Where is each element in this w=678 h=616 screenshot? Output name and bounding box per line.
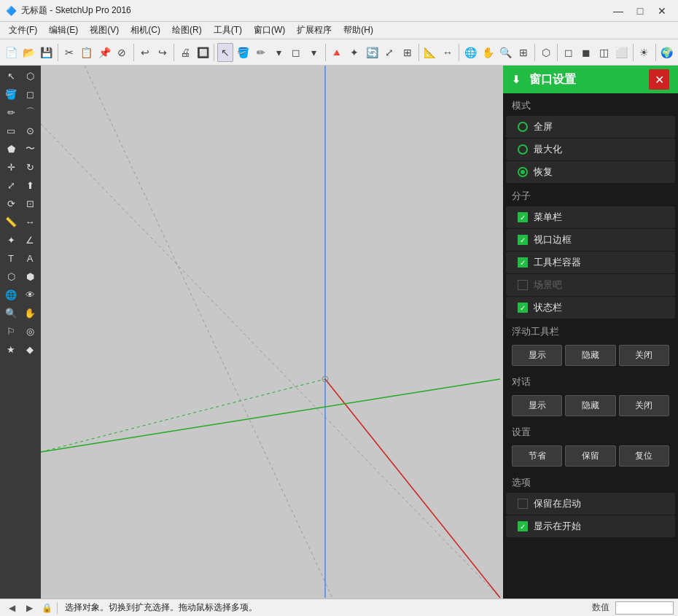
- minimize-button[interactable]: —: [608, 3, 628, 19]
- lt-section[interactable]: ⬡: [2, 268, 20, 285]
- tb-dimension[interactable]: ↔: [440, 43, 456, 62]
- comp-statusbar[interactable]: ✓ 状态栏: [506, 297, 675, 319]
- tb-offset[interactable]: ⊞: [399, 43, 415, 62]
- menu-camera[interactable]: 相机(C): [125, 23, 166, 38]
- tb-rotate[interactable]: 🔄: [364, 43, 380, 62]
- tb-undo[interactable]: ↩: [136, 43, 152, 62]
- tb-zoom[interactable]: 🔍: [497, 43, 513, 62]
- mode-maximize[interactable]: 最大化: [506, 139, 675, 160]
- tb-save[interactable]: 💾: [39, 43, 55, 62]
- mode-restore[interactable]: 恢复: [506, 161, 675, 183]
- tb-cut[interactable]: ✂: [61, 43, 77, 62]
- float-toolbar-show[interactable]: 显示: [512, 345, 562, 366]
- lt-look[interactable]: ◎: [21, 322, 39, 340]
- tb-shape-dd[interactable]: ▾: [305, 43, 322, 62]
- lt-pencil[interactable]: ✏: [2, 104, 20, 121]
- mode-fullscreen[interactable]: 全屏: [506, 116, 675, 138]
- menu-view[interactable]: 视图(V): [84, 23, 125, 38]
- lt-zoom[interactable]: 🔍: [2, 304, 20, 321]
- lt-push[interactable]: ⬆: [21, 176, 39, 194]
- lt-rect[interactable]: ▭: [2, 122, 20, 139]
- window-close-button[interactable]: ✕: [652, 3, 672, 19]
- menu-tools[interactable]: 工具(T): [208, 23, 248, 38]
- float-toolbar-close[interactable]: 关闭: [619, 345, 669, 366]
- lt-scale[interactable]: ⤢: [2, 176, 20, 194]
- tb-section[interactable]: ⬡: [538, 43, 554, 62]
- lt-pan2[interactable]: ✋: [21, 304, 39, 321]
- lt-proto[interactable]: ✦: [2, 231, 20, 249]
- lt-eraser[interactable]: ◻: [21, 85, 39, 103]
- status-lock-btn[interactable]: 🔒: [39, 601, 54, 615]
- lt-move[interactable]: ✛: [2, 158, 20, 176]
- lt-orbit[interactable]: 🌐: [2, 286, 20, 303]
- comp-viewport[interactable]: ✓ 视口边框: [506, 229, 675, 251]
- tb-tape[interactable]: 📐: [422, 43, 438, 62]
- float-toolbar-hide[interactable]: 隐藏: [565, 345, 615, 366]
- dialog-close[interactable]: 关闭: [619, 395, 669, 416]
- tb-copy[interactable]: 📋: [79, 43, 95, 62]
- menu-help[interactable]: 帮助(H): [338, 23, 379, 38]
- tb-pencil[interactable]: ✏: [253, 43, 269, 62]
- tb-shadow[interactable]: ☀: [636, 43, 652, 62]
- status-fwd-btn[interactable]: ▶: [22, 601, 36, 615]
- menu-draw[interactable]: 绘图(R): [166, 23, 208, 38]
- tb-scale[interactable]: ⤢: [381, 43, 397, 62]
- lt-dim[interactable]: ↔: [21, 213, 39, 230]
- maximize-button[interactable]: □: [630, 3, 650, 19]
- opt-show-on-begin[interactable]: ✓ 显示在开始: [506, 515, 675, 537]
- lt-misc1[interactable]: ★: [2, 340, 20, 358]
- tb-select[interactable]: ↖: [217, 43, 233, 62]
- lt-rotate[interactable]: ↻: [21, 158, 39, 176]
- panel-close-button[interactable]: ✕: [649, 69, 669, 90]
- lt-misc2[interactable]: ◆: [21, 340, 39, 358]
- lt-section2[interactable]: ⬢: [21, 268, 39, 285]
- lt-circle[interactable]: ⊙: [21, 122, 39, 139]
- tb-paint[interactable]: 🪣: [235, 43, 251, 62]
- lt-tape[interactable]: 📏: [2, 213, 20, 230]
- menu-edit[interactable]: 编辑(E): [43, 23, 84, 38]
- lt-follow[interactable]: ⟳: [2, 195, 20, 212]
- tb-model-info[interactable]: 🔲: [195, 43, 211, 62]
- lt-angle[interactable]: ∠: [21, 231, 39, 249]
- canvas-area[interactable]: [41, 66, 503, 599]
- lt-text[interactable]: T: [2, 249, 20, 267]
- settings-reset[interactable]: 复位: [619, 445, 669, 467]
- settings-keep[interactable]: 保留: [565, 445, 615, 467]
- dialog-show[interactable]: 显示: [512, 395, 562, 416]
- tb-print[interactable]: 🖨: [177, 43, 193, 62]
- tb-erase[interactable]: ⊘: [114, 43, 130, 62]
- comp-toolbar-container[interactable]: ✓ 工具栏容器: [506, 252, 675, 273]
- tb-style1[interactable]: ◻: [561, 43, 577, 62]
- tb-style2[interactable]: ◼: [578, 43, 594, 62]
- lt-arc[interactable]: ⌒: [21, 104, 39, 121]
- tb-move[interactable]: ✦: [346, 43, 362, 62]
- lt-3dtext[interactable]: A: [21, 249, 39, 267]
- lt-space[interactable]: ⬡: [21, 67, 39, 85]
- lt-freehand[interactable]: 〜: [21, 140, 39, 157]
- tb-open[interactable]: 📂: [20, 43, 36, 62]
- lt-paint[interactable]: 🪣: [2, 85, 20, 103]
- lt-offset[interactable]: ⊡: [21, 195, 39, 212]
- comp-menubar[interactable]: ✓ 菜单栏: [506, 206, 675, 228]
- tb-push-pull[interactable]: 🔺: [328, 43, 344, 62]
- tb-style3[interactable]: ◫: [596, 43, 612, 62]
- dialog-hide[interactable]: 隐藏: [565, 395, 615, 416]
- tb-line-dd[interactable]: ▾: [270, 43, 287, 62]
- menu-extensions[interactable]: 扩展程序: [291, 23, 338, 38]
- lt-shape[interactable]: ⬟: [2, 140, 20, 157]
- lt-walk[interactable]: ⚐: [2, 322, 20, 340]
- tb-geo[interactable]: 🌍: [659, 43, 675, 62]
- opt-keep-on-start[interactable]: 保留在启动: [506, 493, 675, 515]
- tb-orbit[interactable]: 🌐: [462, 43, 478, 62]
- menu-window[interactable]: 窗口(W): [248, 23, 291, 38]
- menu-file[interactable]: 文件(F): [3, 23, 43, 38]
- tb-redo[interactable]: ↪: [155, 43, 171, 62]
- tb-paste[interactable]: 📌: [96, 43, 112, 62]
- settings-save[interactable]: 节省: [512, 445, 562, 467]
- status-value-input[interactable]: [615, 601, 674, 615]
- tb-zoom-extent[interactable]: ⊞: [515, 43, 531, 62]
- tb-style4[interactable]: ⬜: [614, 43, 630, 62]
- lt-select[interactable]: ↖: [2, 67, 20, 85]
- tb-pan[interactable]: ✋: [480, 43, 496, 62]
- tb-eraser[interactable]: ◻: [288, 43, 304, 62]
